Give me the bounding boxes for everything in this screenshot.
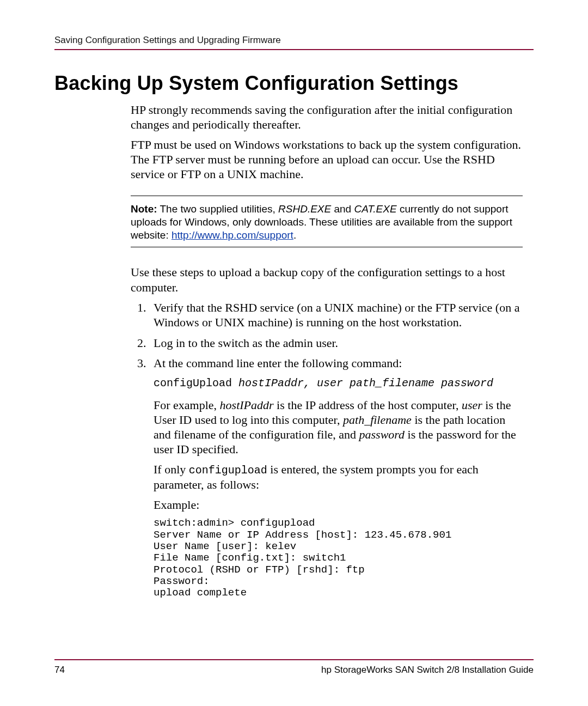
intro-paragraph-1: HP strongly recommends saving the config…: [131, 102, 523, 132]
page-footer: 74 hp StorageWorks SAN Switch 2/8 Instal…: [54, 659, 534, 675]
note-block: Note: The two supplied utilities, RSHD.E…: [131, 196, 523, 247]
body-column: HP strongly recommends saving the config…: [131, 102, 523, 599]
step-1: Verify that the RSHD service (on a UNIX …: [149, 300, 523, 330]
expl-hostip: hostIPaddr: [220, 398, 274, 412]
page-number: 74: [54, 665, 65, 675]
ifonly-cmd: configupload: [189, 464, 267, 477]
example-output: switch:admin> configupload Server Name o…: [154, 518, 523, 599]
step-2-text: Log in to the switch as the admin user.: [154, 336, 338, 350]
expl-pwd: password: [359, 428, 405, 441]
ifonly-pre: If only: [154, 462, 189, 476]
step-3-ifonly: If only configupload is entered, the sys…: [154, 462, 523, 492]
note-util2: CAT.EXE: [354, 203, 396, 215]
section-title: Backing Up System Configuration Settings: [54, 72, 534, 95]
note-pre: The two supplied utilities,: [157, 203, 279, 215]
running-head: Saving Configuration Settings and Upgrad…: [54, 35, 534, 50]
step-2: Log in to the switch as the admin user.: [149, 336, 523, 351]
command-syntax: configUpload hostIPaddr, user path_filen…: [154, 376, 523, 390]
note-text: Note: The two supplied utilities, RSHD.E…: [131, 196, 523, 247]
expl-mid1: is the IP address of the host computer,: [274, 398, 462, 412]
command-name: configUpload: [154, 377, 238, 389]
note-mid1: and: [331, 203, 354, 215]
example-label: Example:: [154, 497, 523, 512]
intro-paragraph-2: FTP must be used on Windows workstations…: [131, 137, 523, 181]
note-support-link[interactable]: http://www.hp.com/support: [171, 229, 293, 241]
command-args: hostIPaddr, user path_filename password: [238, 377, 493, 389]
doc-title-footer: hp StorageWorks SAN Switch 2/8 Installat…: [321, 665, 534, 675]
page: Saving Configuration Settings and Upgrad…: [0, 0, 588, 706]
note-period: .: [293, 229, 296, 241]
step-3: At the command line enter the following …: [149, 356, 523, 599]
steps-intro: Use these steps to upload a backup copy …: [131, 265, 523, 294]
expl-path: path_filename: [343, 413, 412, 427]
step-3-explain: For example, hostIPaddr is the IP addres…: [154, 398, 523, 457]
steps-list: Verify that the RSHD service (on a UNIX …: [131, 300, 523, 599]
step-1-text: Verify that the RSHD service (on a UNIX …: [154, 301, 519, 330]
expl-pre: For example,: [154, 398, 220, 412]
expl-user: user: [462, 398, 482, 412]
step-3-lead: At the command line enter the following …: [154, 356, 402, 370]
note-label: Note:: [131, 203, 157, 215]
note-util1: RSHD.EXE: [278, 203, 331, 215]
note-rule-bottom: [131, 247, 523, 247]
